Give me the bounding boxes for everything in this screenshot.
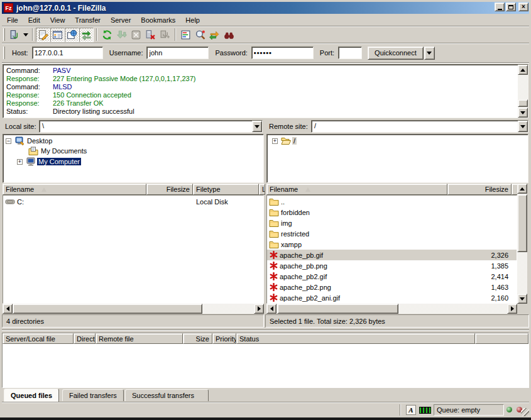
username-input[interactable] bbox=[146, 47, 209, 59]
column-header-status[interactable]: Status bbox=[236, 333, 475, 344]
port-input[interactable] bbox=[338, 47, 362, 59]
toolbar-grip[interactable] bbox=[3, 28, 5, 41]
column-header-last-modified[interactable]: L bbox=[259, 184, 265, 195]
minimize-button[interactable] bbox=[495, 3, 505, 11]
local-site-combo[interactable]: \ bbox=[39, 120, 263, 133]
column-header-priority[interactable]: Priority bbox=[212, 333, 236, 344]
column-header-filename[interactable]: Filename bbox=[3, 184, 146, 195]
local-list-hscrollbar[interactable] bbox=[3, 304, 264, 314]
remote-file-row[interactable]: apache_pb2.png1,463 bbox=[267, 282, 517, 292]
filename-filters-button[interactable] bbox=[178, 28, 193, 42]
scroll-down-button[interactable] bbox=[518, 108, 528, 118]
column-header-direction[interactable]: Directi... bbox=[74, 333, 96, 344]
remote-list-scrollbar[interactable] bbox=[517, 184, 527, 304]
tree-item-desktop[interactable]: − Desktop bbox=[6, 136, 53, 146]
local-site-dropdown-button[interactable] bbox=[252, 121, 262, 132]
close-button[interactable]: × bbox=[518, 3, 528, 11]
column-header-filename[interactable]: Filename bbox=[266, 184, 447, 195]
quickconnect-button[interactable]: Quickconnect bbox=[368, 47, 424, 60]
remote-file-row[interactable]: apache_pb.png1,385 bbox=[267, 260, 517, 271]
expand-icon[interactable]: + bbox=[17, 159, 23, 165]
scrollbar-thumb[interactable] bbox=[277, 304, 398, 314]
tree-item-root[interactable]: + / bbox=[272, 136, 297, 146]
local-tree-icon bbox=[52, 30, 63, 40]
column-header-filesize[interactable]: Filesize bbox=[447, 184, 512, 195]
column-header-size[interactable]: Size bbox=[183, 333, 212, 344]
menu-bookmarks[interactable]: Bookmarks bbox=[136, 15, 180, 25]
remote-file-row[interactable]: .. bbox=[267, 196, 517, 207]
column-header-filetype[interactable]: Filetype bbox=[193, 184, 259, 195]
menu-transfer[interactable]: Transfer bbox=[70, 15, 106, 25]
menu-edit[interactable]: Edit bbox=[23, 15, 45, 25]
scroll-down-button[interactable] bbox=[517, 294, 527, 304]
remote-tree-icon bbox=[67, 30, 77, 40]
expand-icon[interactable]: + bbox=[272, 138, 278, 144]
synchronized-browsing-button[interactable] bbox=[207, 28, 222, 42]
desktop-icon bbox=[14, 136, 25, 146]
remote-file-list: .. forbidden img restricted xampp apache… bbox=[266, 195, 517, 304]
folder-icon bbox=[269, 229, 279, 238]
remote-file-row[interactable]: apache_pb2.gif2,414 bbox=[267, 271, 517, 282]
scroll-right-button[interactable] bbox=[254, 304, 264, 314]
message-log[interactable]: Command:PASV Response:227 Entering Passi… bbox=[3, 64, 528, 118]
local-file-row[interactable]: C: Local Disk bbox=[3, 196, 263, 207]
quickconnect-grip[interactable] bbox=[3, 47, 5, 59]
tree-item-my-documents[interactable]: My Documents bbox=[28, 146, 88, 156]
local-site-value: \ bbox=[40, 121, 252, 132]
title-bar[interactable]: Fz john@127.0.0.1 - FileZilla bbox=[2, 2, 529, 14]
resize-grip[interactable] bbox=[521, 408, 529, 416]
password-input[interactable] bbox=[251, 47, 314, 59]
remote-file-row-selected[interactable]: apache_pb.gif2,326 bbox=[267, 250, 517, 260]
arrow-up-icon bbox=[520, 69, 525, 72]
column-header-remote-file[interactable]: Remote file bbox=[96, 333, 183, 344]
scroll-left-button[interactable] bbox=[266, 304, 276, 314]
remote-file-row[interactable]: forbidden bbox=[267, 207, 517, 218]
remote-file-row[interactable]: apache_pb2_ani.gif2,160 bbox=[267, 292, 517, 303]
find-files-button[interactable] bbox=[222, 28, 236, 42]
queue-tabs: Queued files Failed transfers Successful… bbox=[2, 389, 529, 402]
scroll-right-button[interactable] bbox=[507, 304, 517, 314]
toggle-message-log-button[interactable] bbox=[36, 28, 50, 42]
scroll-left-button[interactable] bbox=[3, 304, 13, 314]
tab-failed-transfers[interactable]: Failed transfers bbox=[62, 389, 124, 401]
site-manager-dropdown-button[interactable] bbox=[21, 28, 30, 42]
scroll-up-button[interactable] bbox=[517, 184, 527, 194]
tree-item-my-computer[interactable]: + My Computer bbox=[17, 157, 81, 167]
maximize-button[interactable] bbox=[506, 3, 516, 11]
tab-queued-files[interactable]: Queued files bbox=[4, 389, 59, 402]
binoculars-icon bbox=[224, 30, 234, 40]
remote-list-hscrollbar[interactable] bbox=[266, 304, 517, 314]
quickconnect-dropdown-button[interactable] bbox=[424, 47, 435, 60]
remote-file-row[interactable]: xampp bbox=[267, 239, 517, 250]
column-header-server-local-file[interactable]: Server/Local file bbox=[3, 333, 74, 344]
collapse-icon[interactable]: − bbox=[6, 138, 11, 144]
toggle-local-tree-button[interactable] bbox=[50, 28, 65, 42]
scrollbar-thumb[interactable] bbox=[518, 99, 528, 107]
arrow-left-icon bbox=[270, 306, 273, 311]
refresh-button[interactable] bbox=[100, 28, 114, 42]
reconnect-icon bbox=[160, 30, 170, 40]
directory-comparison-button[interactable] bbox=[193, 28, 207, 42]
menu-view[interactable]: View bbox=[45, 15, 70, 25]
local-tree: − Desktop My Documents + My Computer bbox=[3, 134, 264, 183]
transfer-type-indicator-icon[interactable]: A bbox=[406, 405, 416, 415]
speed-limit-icon[interactable] bbox=[419, 407, 431, 414]
menu-server[interactable]: Server bbox=[106, 15, 136, 25]
toggle-remote-tree-button[interactable] bbox=[65, 28, 79, 42]
remote-site-combo[interactable]: / bbox=[311, 120, 528, 133]
remote-site-dropdown-button[interactable] bbox=[518, 121, 528, 132]
remote-file-row[interactable]: img bbox=[267, 218, 517, 228]
column-header-filesize[interactable]: Filesize bbox=[146, 184, 193, 195]
log-scrollbar[interactable] bbox=[518, 65, 528, 118]
remote-file-row[interactable]: restricted bbox=[267, 228, 517, 239]
host-input[interactable] bbox=[32, 47, 103, 59]
tab-successful-transfers[interactable]: Successful transfers bbox=[125, 389, 209, 401]
scrollbar-thumb[interactable] bbox=[13, 304, 202, 314]
toggle-transfer-queue-button[interactable] bbox=[79, 28, 94, 42]
scroll-up-button[interactable] bbox=[518, 65, 528, 75]
disconnect-button[interactable] bbox=[143, 28, 158, 42]
menu-file[interactable]: File bbox=[2, 15, 23, 25]
menu-help[interactable]: Help bbox=[180, 15, 205, 25]
scrollbar-thumb[interactable] bbox=[517, 194, 527, 252]
site-manager-button[interactable] bbox=[7, 28, 21, 42]
